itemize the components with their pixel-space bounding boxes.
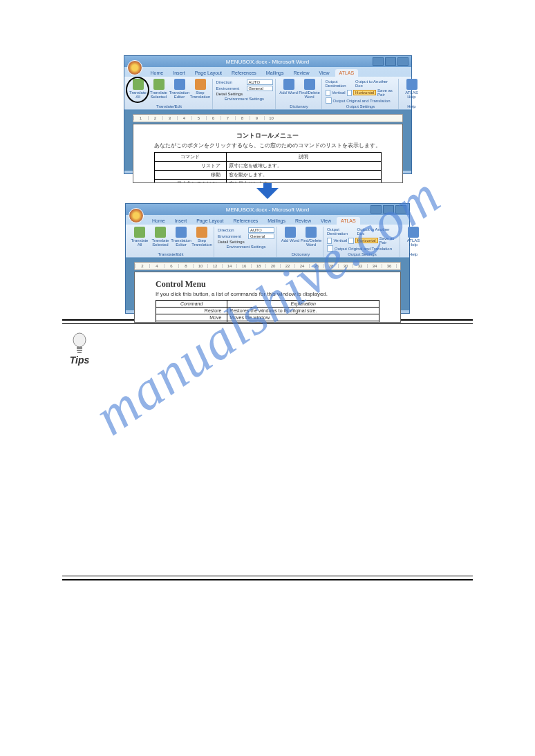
table-row: リストア原寸に窓を破壊します。: [154, 162, 381, 171]
group-help: ATLAS Help Help: [400, 79, 424, 109]
find-delete-word-button[interactable]: Find/Delete Word: [301, 227, 321, 247]
group-label: Dictionary: [290, 104, 308, 109]
tab-view[interactable]: View: [317, 217, 335, 225]
translate-selected-button[interactable]: Translate Selected: [151, 227, 170, 247]
tab-atlas[interactable]: ATLAS: [335, 69, 359, 77]
group-help: ATLAS Help Help: [402, 227, 425, 257]
tab-atlas[interactable]: ATLAS: [337, 217, 360, 225]
svg-rect-2: [77, 350, 82, 351]
translation-editor-button[interactable]: Translation Editor: [171, 227, 191, 247]
group-translate: Translate All Translate Selected Transla…: [128, 227, 214, 257]
titlebar: MENUBOX.docx - Microsoft Word: [126, 204, 409, 215]
group-label: Dictionary: [292, 252, 310, 257]
group-output: Output DestinationOutput to Another Doc …: [325, 227, 400, 257]
maximize-icon[interactable]: [385, 57, 396, 66]
vertical-checkbox[interactable]: [327, 238, 332, 244]
ribbon: Translate All Translate Selected Transla…: [126, 225, 409, 258]
tab-insert[interactable]: Insert: [171, 217, 191, 225]
add-word-button[interactable]: Add Word: [281, 227, 300, 243]
doc-table: CommandExplanation RestoreRestores the w…: [156, 300, 379, 323]
environment-select[interactable]: General: [248, 234, 274, 239]
tab-mailings[interactable]: Mailings: [262, 69, 288, 77]
word-window-2: MENUBOX.docx - Microsoft Word Home Inser…: [125, 203, 410, 314]
group-label: Environment Settings: [226, 244, 265, 249]
tab-references[interactable]: References: [229, 217, 263, 225]
table-row: MoveMoves the window.: [156, 314, 379, 321]
tab-review[interactable]: Review: [290, 69, 314, 77]
word-window-1: MENUBOX.docx - Microsoft Word Home Inser…: [124, 55, 412, 174]
output-orig-checkbox[interactable]: [326, 97, 332, 104]
translate-all-button[interactable]: Translate All: [130, 227, 149, 247]
svg-rect-3: [77, 352, 82, 353]
th-explanation: Explanation: [227, 301, 379, 308]
tab-references[interactable]: References: [227, 69, 261, 77]
ribbon-tabs: Home Insert Page Layout References Maili…: [126, 215, 409, 225]
document-page: コントロールメニュー あなたがこのボタンをクリックするなら、この窓のためのコマン…: [133, 124, 403, 183]
window-title: MENUBOX.docx - Microsoft Word: [226, 59, 309, 65]
tab-mailings[interactable]: Mailings: [263, 217, 290, 225]
doc-title: コントロールメニュー: [154, 131, 382, 140]
group-env: DirectionAUTO EnvironmentGeneral Detail …: [216, 227, 277, 257]
direction-label: Direction: [218, 228, 247, 232]
vertical-checkbox[interactable]: [326, 90, 330, 96]
find-delete-word-button[interactable]: Find/Delete Word: [300, 79, 319, 99]
doc-table: コマンド説明 リストア原寸に窓を破壊します。 移動窓を動かします。 最小化してく…: [154, 152, 382, 183]
group-label: Environment Settings: [225, 96, 264, 102]
save-pair-button[interactable]: Save as Pair: [379, 236, 397, 245]
step-translation-button[interactable]: Step Translation: [192, 227, 212, 247]
direction-select[interactable]: AUTO: [248, 227, 274, 233]
office-button[interactable]: [127, 60, 142, 75]
tab-review[interactable]: Review: [291, 217, 315, 225]
svg-rect-1: [77, 347, 82, 349]
document-page: Control Menu If you click this button, a…: [134, 272, 401, 323]
step-translation-button[interactable]: Step Translation: [191, 79, 210, 99]
ribbon-tabs: Home Insert Page Layout References Maili…: [124, 67, 411, 77]
group-env: DirectionAUTO EnvironmentGeneral Detail …: [214, 79, 276, 109]
window-controls: [370, 205, 406, 214]
translation-editor-button[interactable]: Translation Editor: [170, 79, 189, 99]
maximize-icon[interactable]: [383, 205, 394, 214]
document-area: 246810121416182022242628303234363840 Con…: [126, 258, 409, 310]
tips-icon-block: Tips: [62, 332, 97, 366]
environment-label: Environment: [216, 86, 245, 91]
output-orig-checkbox[interactable]: [327, 245, 333, 252]
atlas-help-button[interactable]: ATLAS Help: [402, 79, 422, 99]
atlas-help-button[interactable]: ATLAS Help: [404, 227, 423, 247]
save-pair-button[interactable]: Save as Pair: [377, 88, 395, 97]
environment-select[interactable]: General: [247, 86, 273, 91]
group-output: Output DestinationOutput to Another Doc …: [323, 79, 399, 109]
direction-select[interactable]: AUTO: [247, 79, 273, 85]
tab-view[interactable]: View: [315, 69, 333, 77]
close-icon[interactable]: [395, 205, 406, 214]
direction-label: Direction: [216, 80, 245, 84]
document-area: 12345678910 コントロールメニュー あなたがこのボタンをクリックするな…: [124, 110, 411, 171]
tab-page-layout[interactable]: Page Layout: [192, 217, 227, 225]
output-dest-label: Output Destination: [326, 79, 355, 88]
tab-page-layout[interactable]: Page Layout: [191, 69, 226, 77]
tab-insert[interactable]: Insert: [169, 69, 189, 77]
minimize-icon[interactable]: [373, 57, 384, 66]
output-dest-select[interactable]: Output to Another Doc: [355, 79, 395, 88]
group-label: Output Settings: [346, 104, 375, 109]
ribbon: Translate All Translate Selected Transla…: [124, 77, 411, 110]
window-title: MENUBOX.docx - Microsoft Word: [226, 207, 309, 213]
group-label: Output Settings: [348, 252, 376, 257]
office-button[interactable]: [129, 208, 144, 223]
ruler: 246810121416182022242628303234363840: [134, 262, 401, 270]
translate-selected-button[interactable]: Translate Selected: [149, 79, 169, 99]
tab-home[interactable]: Home: [147, 69, 168, 77]
th-command: コマンド: [154, 153, 227, 162]
output-dest-select[interactable]: Output to Another Doc: [357, 227, 397, 236]
lightbulb-icon: [71, 332, 88, 355]
horizontal-checkbox[interactable]: [347, 90, 352, 96]
svg-point-0: [73, 333, 86, 347]
group-dict: Add Word Find/Delete Word Dictionary: [279, 227, 323, 257]
minimize-icon[interactable]: [370, 205, 382, 214]
close-icon[interactable]: [397, 57, 409, 66]
group-label: Help: [407, 104, 415, 109]
horizontal-checkbox[interactable]: [348, 238, 353, 244]
add-word-button[interactable]: Add Word: [279, 79, 299, 95]
group-label: Help: [409, 252, 417, 257]
tab-home[interactable]: Home: [148, 217, 169, 225]
tips-label: Tips: [62, 355, 97, 366]
